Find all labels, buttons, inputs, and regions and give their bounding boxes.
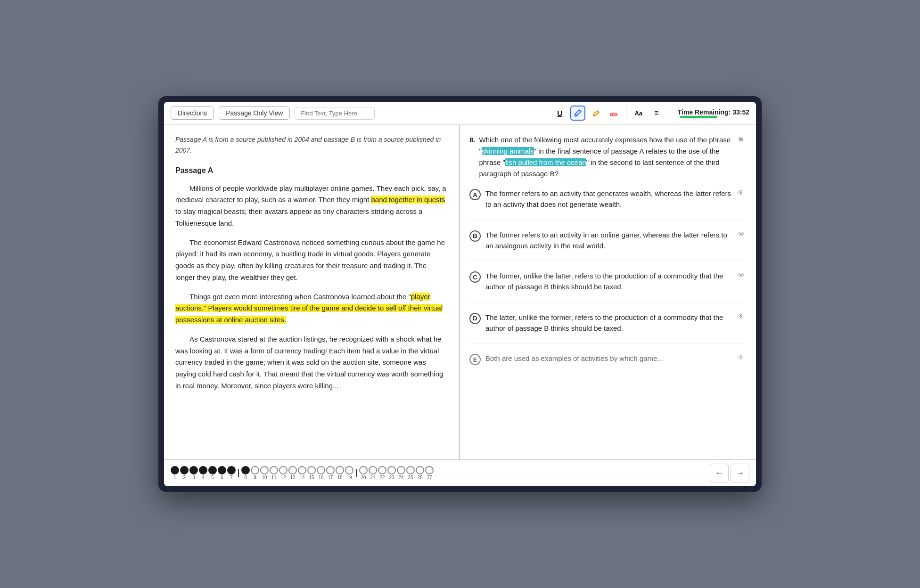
dot-21[interactable] bbox=[369, 466, 377, 474]
highlight-player-auctions: player auctions." Players would sometime… bbox=[175, 293, 443, 324]
dot-15[interactable] bbox=[307, 466, 316, 474]
dot-17[interactable] bbox=[326, 466, 335, 474]
dot-group-5: 5 bbox=[208, 466, 217, 480]
svg-rect-0 bbox=[610, 113, 617, 116]
dot-5[interactable] bbox=[208, 466, 217, 474]
dot-group-15: 15 bbox=[307, 466, 316, 480]
eraser-tool[interactable] bbox=[606, 106, 621, 121]
dot-group-10: 10 bbox=[260, 466, 269, 480]
dot-7[interactable] bbox=[227, 466, 236, 474]
dot-20[interactable] bbox=[359, 466, 368, 474]
choice-circle-d[interactable]: D bbox=[469, 313, 481, 324]
choice-text-b: The former refers to an activity in an o… bbox=[485, 229, 732, 252]
dot-group-20: 20 bbox=[359, 466, 368, 480]
passage-source: Passage A is from a source published in … bbox=[175, 134, 448, 156]
dot-group-2: 2 bbox=[180, 466, 189, 480]
dot-1[interactable] bbox=[171, 466, 179, 474]
answer-choice-a: A The former refers to an activity that … bbox=[469, 188, 745, 210]
dot-group-9: 9 bbox=[251, 466, 259, 480]
time-display: Time Remaining: 33:52 bbox=[678, 108, 749, 118]
eye-icon-a[interactable]: 👁 bbox=[737, 189, 745, 197]
line-spacing-tool[interactable]: ≡ bbox=[649, 106, 664, 121]
eye-icon-d[interactable]: 👁 bbox=[737, 313, 745, 321]
next-button[interactable]: → bbox=[731, 464, 749, 482]
dot-16[interactable] bbox=[317, 466, 325, 474]
dot-group-7: 7 bbox=[227, 466, 236, 480]
search-input[interactable] bbox=[295, 107, 375, 120]
dot-19[interactable] bbox=[345, 466, 353, 474]
toolbar-icons: U bbox=[552, 106, 749, 121]
font-size-tool[interactable]: Aa bbox=[631, 106, 646, 121]
eye-icon-e[interactable]: 👁 bbox=[737, 354, 745, 362]
dot-group-1: 1 bbox=[171, 466, 179, 480]
underline-tool[interactable]: U bbox=[552, 106, 567, 121]
prev-button[interactable]: ← bbox=[710, 464, 729, 482]
dot-group-8: 8 bbox=[241, 466, 250, 480]
pencil-tool[interactable] bbox=[570, 106, 585, 121]
dot-11[interactable] bbox=[270, 466, 278, 474]
choice-circle-c[interactable]: C bbox=[469, 271, 481, 283]
time-bar bbox=[680, 116, 717, 118]
passage-heading: Passage A bbox=[175, 164, 448, 177]
highlighter-tool[interactable] bbox=[588, 106, 603, 121]
passage-para-2: The economist Edward Castronova noticed … bbox=[175, 237, 448, 284]
dot-27[interactable] bbox=[425, 466, 434, 474]
choice-circle-b[interactable]: B bbox=[469, 230, 481, 242]
dot-13[interactable] bbox=[288, 466, 297, 474]
bottom-nav: 1 2 3 4 5 bbox=[164, 459, 756, 486]
directions-button[interactable]: Directions bbox=[171, 106, 214, 120]
dot-22[interactable] bbox=[378, 466, 386, 474]
dot-group-13: 13 bbox=[288, 466, 297, 480]
choice-circle-e[interactable]: E bbox=[469, 354, 481, 365]
dot-group-27: 27 bbox=[425, 466, 434, 480]
dot-group-24: 24 bbox=[397, 466, 405, 480]
dot-group-25: 25 bbox=[406, 466, 415, 480]
dot-2[interactable] bbox=[180, 466, 189, 474]
choice-circle-a[interactable]: A bbox=[469, 189, 481, 200]
choice-text-d: The latter, unlike the former, refers to… bbox=[485, 312, 732, 334]
choice-text-e: Both are used as examples of activities … bbox=[485, 353, 732, 364]
dot-group-23: 23 bbox=[387, 466, 396, 480]
passage-para-4: As Castronova stared at the auction list… bbox=[175, 334, 448, 392]
highlight-band-together: band together in quests bbox=[371, 196, 445, 204]
dot-9[interactable] bbox=[251, 466, 259, 474]
content-area: Passage A is from a source published in … bbox=[164, 125, 756, 459]
dot-group-16: 16 bbox=[317, 466, 325, 480]
passage-panel: Passage A is from a source published in … bbox=[164, 125, 460, 459]
dot-group-12: 12 bbox=[279, 466, 288, 480]
dot-12[interactable] bbox=[279, 466, 288, 474]
dot-6[interactable] bbox=[218, 466, 226, 474]
dot-24[interactable] bbox=[397, 466, 405, 474]
eye-icon-b[interactable]: 👁 bbox=[737, 230, 745, 239]
dot-group-22: 22 bbox=[378, 466, 386, 480]
dots-row: 1 2 3 4 5 bbox=[171, 466, 710, 480]
answer-choice-d: D The latter, unlike the former, refers … bbox=[469, 312, 745, 334]
dot-3[interactable] bbox=[189, 466, 198, 474]
answer-choice-b: B The former refers to an activity in an… bbox=[469, 229, 745, 252]
dot-18[interactable] bbox=[336, 466, 344, 474]
dot-25[interactable] bbox=[406, 466, 415, 474]
dot-group-19: 19 bbox=[345, 466, 353, 480]
dot-26[interactable] bbox=[416, 466, 424, 474]
question-header: 8. Which one of the following most accur… bbox=[469, 134, 745, 180]
flag-icon[interactable]: ⚑ bbox=[737, 134, 745, 147]
dot-23[interactable] bbox=[387, 466, 396, 474]
dot-8[interactable] bbox=[241, 466, 250, 474]
question-panel: 8. Which one of the following most accur… bbox=[460, 125, 756, 459]
choice-text-c: The former, unlike the latter, refers to… bbox=[485, 270, 732, 293]
dot-group-21: 21 bbox=[369, 466, 377, 480]
dot-14[interactable] bbox=[298, 466, 306, 474]
phrase-fish-pulled: fish pulled from the ocean bbox=[505, 158, 586, 166]
choice-divider-d bbox=[469, 343, 745, 343]
passage-only-button[interactable]: Passage Only View bbox=[219, 106, 290, 120]
dot-group-3: 3 bbox=[189, 466, 198, 480]
dot-group-11: 11 bbox=[270, 466, 278, 480]
eye-icon-c[interactable]: 👁 bbox=[737, 271, 745, 280]
dot-group-17: 17 bbox=[326, 466, 335, 480]
dot-4[interactable] bbox=[199, 466, 207, 474]
main-container: Directions Passage Only View U bbox=[164, 102, 756, 486]
phrase-skinning-animals: skinning animals bbox=[482, 147, 534, 155]
dot-10[interactable] bbox=[260, 466, 269, 474]
choice-divider-c bbox=[469, 302, 745, 302]
dot-separator-2 bbox=[356, 469, 357, 477]
